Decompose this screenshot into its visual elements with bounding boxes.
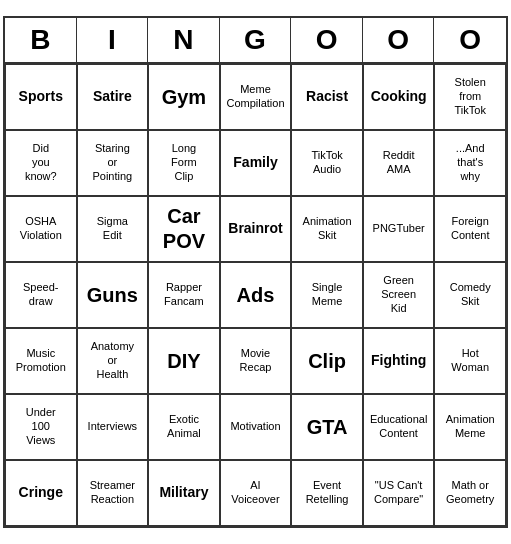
- bingo-cell: Animation Meme: [434, 394, 506, 460]
- bingo-cell: "US Can't Compare": [363, 460, 435, 526]
- bingo-cell: Brainrot: [220, 196, 292, 262]
- header-letter: O: [434, 18, 506, 62]
- bingo-cell: Foreign Content: [434, 196, 506, 262]
- bingo-cell: Clip: [291, 328, 363, 394]
- bingo-cell: Did you know?: [5, 130, 77, 196]
- bingo-cell: Sports: [5, 64, 77, 130]
- bingo-cell: Music Promotion: [5, 328, 77, 394]
- bingo-cell: AI Voiceover: [220, 460, 292, 526]
- header-letter: N: [148, 18, 220, 62]
- bingo-cell: Hot Woman: [434, 328, 506, 394]
- bingo-card: BINGOOO SportsSatireGymMeme CompilationR…: [3, 16, 508, 528]
- bingo-cell: Racist: [291, 64, 363, 130]
- bingo-cell: Green Screen Kid: [363, 262, 435, 328]
- bingo-cell: Ads: [220, 262, 292, 328]
- bingo-grid: SportsSatireGymMeme CompilationRacistCoo…: [5, 64, 506, 526]
- bingo-cell: Interviews: [77, 394, 149, 460]
- bingo-cell: Exotic Animal: [148, 394, 220, 460]
- header-letter: O: [291, 18, 363, 62]
- bingo-cell: Motivation: [220, 394, 292, 460]
- bingo-cell: Stolen from TikTok: [434, 64, 506, 130]
- bingo-cell: Speed- draw: [5, 262, 77, 328]
- bingo-cell: Family: [220, 130, 292, 196]
- bingo-cell: Streamer Reaction: [77, 460, 149, 526]
- bingo-cell: Animation Skit: [291, 196, 363, 262]
- header-letter: I: [77, 18, 149, 62]
- bingo-cell: TikTok Audio: [291, 130, 363, 196]
- bingo-cell: Educational Content: [363, 394, 435, 460]
- bingo-cell: Comedy Skit: [434, 262, 506, 328]
- bingo-cell: Rapper Fancam: [148, 262, 220, 328]
- bingo-cell: ...And that's why: [434, 130, 506, 196]
- bingo-cell: Car POV: [148, 196, 220, 262]
- bingo-cell: Single Meme: [291, 262, 363, 328]
- bingo-cell: Anatomy or Health: [77, 328, 149, 394]
- bingo-cell: Fighting: [363, 328, 435, 394]
- bingo-cell: Staring or Pointing: [77, 130, 149, 196]
- bingo-cell: Cringe: [5, 460, 77, 526]
- bingo-cell: Event Retelling: [291, 460, 363, 526]
- bingo-cell: Under 100 Views: [5, 394, 77, 460]
- bingo-cell: Math or Geometry: [434, 460, 506, 526]
- bingo-cell: GTA: [291, 394, 363, 460]
- bingo-cell: Movie Recap: [220, 328, 292, 394]
- bingo-cell: Cooking: [363, 64, 435, 130]
- bingo-cell: Gym: [148, 64, 220, 130]
- bingo-cell: Sigma Edit: [77, 196, 149, 262]
- bingo-cell: OSHA Violation: [5, 196, 77, 262]
- bingo-cell: Meme Compilation: [220, 64, 292, 130]
- bingo-cell: Reddit AMA: [363, 130, 435, 196]
- header-letter: B: [5, 18, 77, 62]
- header-letter: O: [363, 18, 435, 62]
- bingo-header: BINGOOO: [5, 18, 506, 64]
- bingo-cell: Military: [148, 460, 220, 526]
- bingo-cell: DIY: [148, 328, 220, 394]
- bingo-cell: Satire: [77, 64, 149, 130]
- bingo-cell: PNGTuber: [363, 196, 435, 262]
- bingo-cell: Guns: [77, 262, 149, 328]
- bingo-cell: Long Form Clip: [148, 130, 220, 196]
- header-letter: G: [220, 18, 292, 62]
